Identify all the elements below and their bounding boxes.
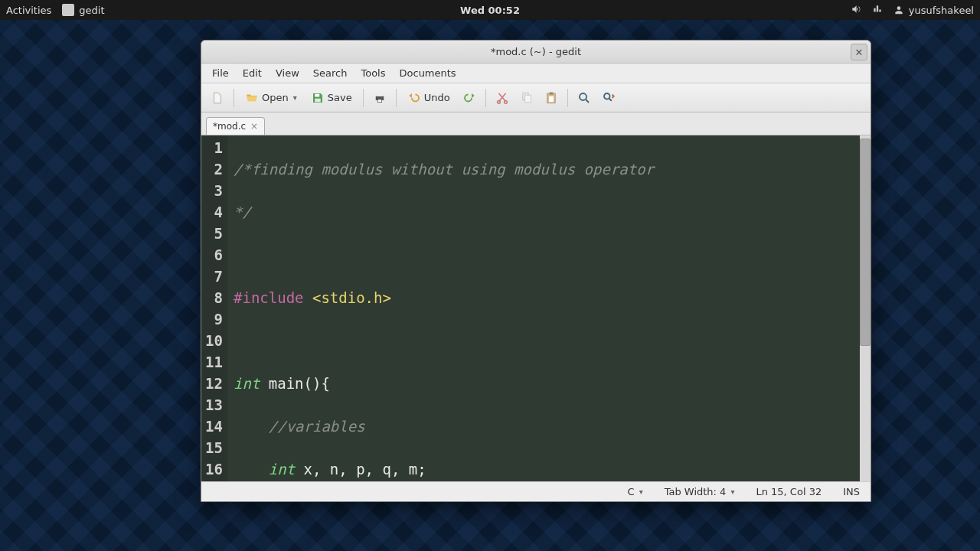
network-icon[interactable] <box>872 4 883 17</box>
toolbar-separator <box>485 89 486 107</box>
titlebar[interactable]: *mod.c (~) - gedit ✕ <box>201 41 871 64</box>
svg-rect-0 <box>315 93 319 96</box>
open-label: Open <box>262 92 289 103</box>
document-tab[interactable]: *mod.c × <box>206 117 265 135</box>
print-button[interactable] <box>370 89 390 107</box>
copy-icon <box>520 91 534 105</box>
folder-open-icon <box>245 91 259 105</box>
active-app[interactable]: gedit <box>62 4 104 16</box>
svg-rect-2 <box>377 93 382 96</box>
copy-button[interactable] <box>517 89 537 107</box>
status-language[interactable]: C▾ <box>628 486 643 497</box>
active-app-label: gedit <box>79 5 104 16</box>
menu-documents[interactable]: Documents <box>394 66 462 80</box>
svg-rect-3 <box>377 99 381 102</box>
print-icon <box>373 91 387 105</box>
cut-icon <box>495 91 509 105</box>
volume-icon[interactable] <box>851 4 861 17</box>
chevron-down-icon: ▾ <box>730 487 734 496</box>
new-file-icon <box>211 91 224 105</box>
svg-rect-10 <box>549 96 554 102</box>
status-tab-width[interactable]: Tab Width: 4▾ <box>665 486 735 497</box>
user-icon <box>893 5 904 15</box>
window-close-button[interactable]: ✕ <box>851 44 867 60</box>
toolbar-separator <box>567 89 568 107</box>
code-area[interactable]: /*finding modulus without using modulus … <box>227 135 860 481</box>
undo-label: Undo <box>424 92 450 103</box>
menu-tools[interactable]: Tools <box>354 66 391 80</box>
undo-button[interactable]: Undo <box>403 89 455 107</box>
find-button[interactable] <box>574 89 594 107</box>
toolbar: Open ▾ Save Undo <box>201 83 871 112</box>
svg-point-11 <box>580 93 586 100</box>
save-label: Save <box>328 92 352 103</box>
window-title: *mod.c (~) - gedit <box>491 46 581 57</box>
tab-bar: *mod.c × <box>201 112 871 135</box>
editor: 123 456 789 101112 131415 16 /*finding m… <box>201 135 871 481</box>
chevron-down-icon: ▾ <box>293 93 297 102</box>
toolbar-separator <box>234 89 234 107</box>
gedit-window: *mod.c (~) - gedit ✕ File Edit View Sear… <box>201 40 871 502</box>
activities-button[interactable]: Activities <box>6 5 51 16</box>
tab-label: *mod.c <box>213 121 246 132</box>
paste-button[interactable] <box>541 89 561 107</box>
status-insert-mode: INS <box>843 486 860 497</box>
menu-edit[interactable]: Edit <box>237 66 268 80</box>
user-name: yusufshakeel <box>909 5 974 16</box>
line-number-gutter: 123 456 789 101112 131415 16 <box>201 135 227 481</box>
find-replace-icon <box>602 91 616 105</box>
redo-button[interactable] <box>459 89 479 107</box>
gnome-top-bar: Activities gedit Wed 00:52 yusufshakeel <box>0 0 980 20</box>
toolbar-separator <box>363 89 364 107</box>
svg-rect-7 <box>524 95 531 103</box>
redo-icon <box>462 91 476 105</box>
user-menu[interactable]: yusufshakeel <box>893 5 974 16</box>
find-replace-button[interactable] <box>599 89 619 107</box>
paste-icon <box>544 91 558 105</box>
search-icon <box>577 91 591 105</box>
menu-file[interactable]: File <box>206 66 235 80</box>
vertical-scrollbar[interactable] <box>860 135 871 481</box>
menu-search[interactable]: Search <box>307 66 354 80</box>
svg-rect-1 <box>315 98 321 102</box>
status-cursor-position: Ln 15, Col 32 <box>756 486 822 497</box>
save-button[interactable]: Save <box>306 89 357 107</box>
menubar: File Edit View Search Tools Documents <box>201 64 871 83</box>
clock[interactable]: Wed 00:52 <box>460 5 520 16</box>
svg-point-12 <box>604 93 610 99</box>
chevron-down-icon: ▾ <box>639 487 643 496</box>
toolbar-separator <box>396 89 397 107</box>
save-icon <box>311 91 325 105</box>
menu-view[interactable]: View <box>270 66 305 80</box>
cut-button[interactable] <box>492 89 512 107</box>
svg-point-4 <box>497 100 500 103</box>
new-file-button[interactable] <box>207 89 227 107</box>
svg-rect-9 <box>549 92 553 94</box>
undo-icon <box>407 91 421 105</box>
gedit-app-icon <box>62 4 74 16</box>
svg-point-5 <box>504 100 507 103</box>
status-bar: C▾ Tab Width: 4▾ Ln 15, Col 32 INS <box>201 481 871 501</box>
open-button[interactable]: Open ▾ <box>240 89 302 107</box>
tab-close-icon[interactable]: × <box>250 121 258 132</box>
